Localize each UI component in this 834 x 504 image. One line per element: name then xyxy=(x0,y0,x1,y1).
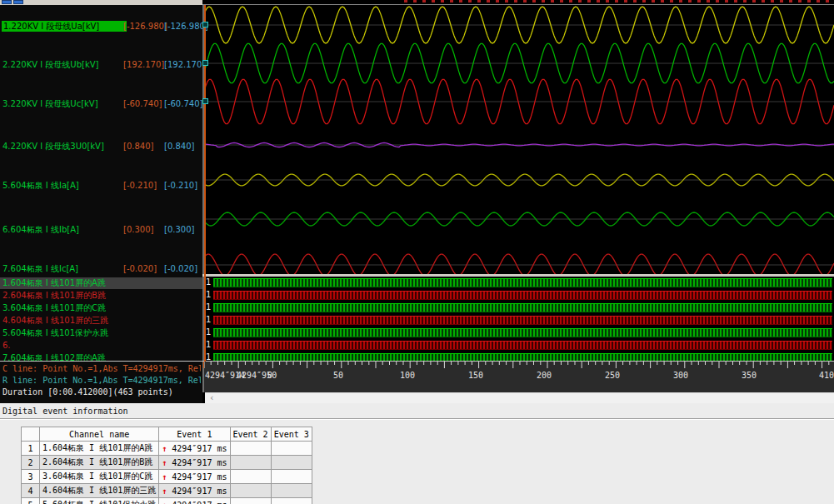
event-time: 4294″917 ms xyxy=(172,501,227,504)
digital-trace-row: 1 xyxy=(204,302,834,313)
header-event-3: Event 3 xyxy=(271,427,312,442)
r-cursor-marker[interactable] xyxy=(202,98,208,104)
analog-waveform-plot[interactable] xyxy=(204,5,834,274)
header-channel-name: Channel name xyxy=(40,427,159,442)
time-axis-label: 100 xyxy=(400,371,415,380)
analog-channel-label: 6.604柘泉 I 线Ib[A] xyxy=(2,224,79,235)
event-info-panel: Digital event information Channel name E… xyxy=(0,403,834,504)
event-time: 4294″917 ms xyxy=(172,458,227,467)
event-1-cell: ↑4294″917 ms xyxy=(159,498,230,504)
digital-channel-row[interactable]: 1.604柘泉 I 线101屏的A跳 xyxy=(0,277,202,289)
event-table-row[interactable]: 33.604柘泉 I 线101屏的C跳↑4294″917 ms xyxy=(22,470,312,484)
digital-state-value: 1 xyxy=(206,315,211,325)
rising-edge-icon: ↑ xyxy=(162,487,167,496)
rising-edge-icon: ↑ xyxy=(162,458,167,467)
duration-status: Duration [0:00.412000](463 points) xyxy=(2,387,201,397)
digital-channel-row[interactable]: 7.604柘泉 I 线102屏的A跳 xyxy=(0,352,202,364)
time-axis-label: 250 xyxy=(605,371,620,380)
horizontal-scrollbar[interactable]: ‹ xyxy=(205,392,834,403)
c-cursor-value: [-126.980] xyxy=(123,21,167,32)
digital-channel-row[interactable]: 5.604柘泉 I 线101保护永跳 xyxy=(0,327,202,339)
analog-digital-separator xyxy=(202,274,834,277)
digital-state-value: 1 xyxy=(206,302,211,312)
c-cursor-value: [-60.740] xyxy=(123,98,162,109)
event-1-cell: ↑4294″917 ms xyxy=(159,470,230,484)
digital-channel-row[interactable]: 2.604柘泉 I 线101屏的B跳 xyxy=(0,290,202,302)
analog-channel-row[interactable]: 5.604柘泉 I 线Ia[A][-0.210][-0.210] xyxy=(0,180,202,192)
digital-state-value: 1 xyxy=(206,340,211,350)
waveform-analyzer-window: 1.220KV I 段母线Ua[kV][-126.980][-126.980]2… xyxy=(0,0,834,504)
time-axis-label: 50 xyxy=(333,371,343,380)
clipped-header-text xyxy=(404,0,834,2)
c-cursor-value: [0.840] xyxy=(123,141,153,152)
r-cursor-value: [192.170] xyxy=(164,59,205,70)
event-row-number: 5 xyxy=(22,498,40,504)
r-cursor-value: [0.300] xyxy=(164,224,194,235)
event-2-cell xyxy=(230,456,271,470)
c-cursor-value: [0.300] xyxy=(123,224,153,235)
digital-trace-bar xyxy=(213,328,832,337)
digital-trace-bar xyxy=(213,278,832,287)
digital-channel-row[interactable]: 4.604柘泉 I 线101屏的三跳 xyxy=(0,315,202,327)
event-3-cell xyxy=(271,456,312,470)
event-table-row[interactable]: 44.604柘泉 I 线101屏的三跳↑4294″917 ms xyxy=(22,484,312,498)
analog-channel-row[interactable]: 1.220KV I 段母线Ua[kV][-126.980][-126.980] xyxy=(0,21,202,32)
digital-channel-row[interactable]: 6. xyxy=(0,340,202,352)
event-3-cell xyxy=(271,498,312,504)
analog-channel-label: 1.220KV I 段母线Ua[kV] xyxy=(2,21,127,32)
event-table: Channel name Event 1 Event 2 Event 3 11.… xyxy=(21,427,312,504)
rising-edge-icon: ↑ xyxy=(162,501,167,504)
event-table-row[interactable]: 11.604柘泉 I 线101屏的A跳↑4294″917 ms xyxy=(22,442,312,456)
c-cursor-value: [192.170] xyxy=(123,59,164,70)
time-axis-label: 350 xyxy=(742,371,757,380)
r-cursor-marker[interactable] xyxy=(202,22,208,27)
header-event-2: Event 2 xyxy=(230,427,271,442)
analog-channel-label: 5.604柘泉 I 线Ia[A] xyxy=(2,180,79,191)
event-time: 4294″917 ms xyxy=(172,487,227,496)
r-cursor-value: [-126.980] xyxy=(164,21,208,32)
digital-channel-label: 2.604柘泉 I 线101屏的B跳 xyxy=(2,291,106,300)
analog-channel-row[interactable]: 7.604柘泉 I 线Ic[A][-0.020][-0.020] xyxy=(0,263,202,275)
event-3-cell xyxy=(271,470,312,484)
analog-channel-row[interactable]: 2.220KV I 段母线Ub[kV][192.170][192.170] xyxy=(0,59,202,71)
analog-channel-row[interactable]: 4.220KV I 段母线3U0[kV][0.840][0.840] xyxy=(0,141,202,152)
event-3-cell xyxy=(271,442,312,456)
c-cursor-value: [-0.020] xyxy=(123,263,157,274)
event-table-row[interactable]: 55.604柘泉 I 线101保护永跳↑4294″917 ms xyxy=(22,498,312,504)
analog-channel-row[interactable]: 3.220KV I 段母线Uc[kV][-60.740][-60.740] xyxy=(0,98,202,110)
event-section-title: Digital event information xyxy=(2,407,128,416)
event-time: 4294″917 ms xyxy=(172,472,227,482)
event-time: 4294″917 ms xyxy=(172,444,227,453)
time-axis-label: 300 xyxy=(673,371,688,380)
r-line-status: R line: Point No.=1,Abs T=4294917ms, Rel… xyxy=(2,376,201,386)
r-cursor-value: [-0.020] xyxy=(164,263,197,274)
waveform-trace-Ic xyxy=(204,254,834,274)
event-1-cell: ↑4294″917 ms xyxy=(159,442,230,456)
analog-channel-label: 4.220KV I 段母线3U0[kV] xyxy=(2,141,104,152)
analog-channel-label: 7.604柘泉 I 线Ic[A] xyxy=(2,263,78,274)
toolbar-button-2[interactable] xyxy=(13,0,23,4)
time-axis-label: 0 xyxy=(267,371,272,380)
c-line-status: C line: Point No.=1,Abs T=4294917ms, Rel… xyxy=(2,364,201,374)
r-cursor-value: [0.840] xyxy=(164,141,194,152)
analog-channel-label: 2.220KV I 段母线Ub[kV] xyxy=(2,59,98,70)
digital-channel-label: 1.604柘泉 I 线101屏的A跳 xyxy=(2,278,106,287)
event-table-row[interactable]: 22.604柘泉 I 线101屏的B跳↑4294″917 ms xyxy=(22,456,312,470)
scroll-left-icon[interactable]: ‹ xyxy=(210,393,213,403)
digital-trace-row: 1 xyxy=(204,340,834,351)
toolbar-button-1[interactable] xyxy=(2,0,12,4)
event-channel-name: 4.604柘泉 I 线101屏的三跳 xyxy=(40,484,159,498)
ruler-ticks xyxy=(204,362,834,370)
event-table-header-row: Channel name Event 1 Event 2 Event 3 xyxy=(22,427,312,442)
analog-channel-row[interactable]: 6.604柘泉 I 线Ib[A][0.300][0.300] xyxy=(0,224,202,236)
r-cursor-marker[interactable] xyxy=(202,60,208,66)
digital-channel-row[interactable]: 3.604柘泉 I 线101屏的C跳 xyxy=(0,302,202,314)
digital-state-value: 1 xyxy=(206,327,211,337)
rising-edge-icon: ↑ xyxy=(162,472,167,482)
c-cursor-line[interactable] xyxy=(204,5,206,362)
time-ruler[interactable]: 4294″9144294″950050100150200250300350410 xyxy=(204,362,834,392)
header-row-number xyxy=(22,427,40,442)
event-2-cell xyxy=(230,498,271,504)
event-3-cell xyxy=(271,484,312,498)
digital-channel-label: 6. xyxy=(2,341,11,350)
